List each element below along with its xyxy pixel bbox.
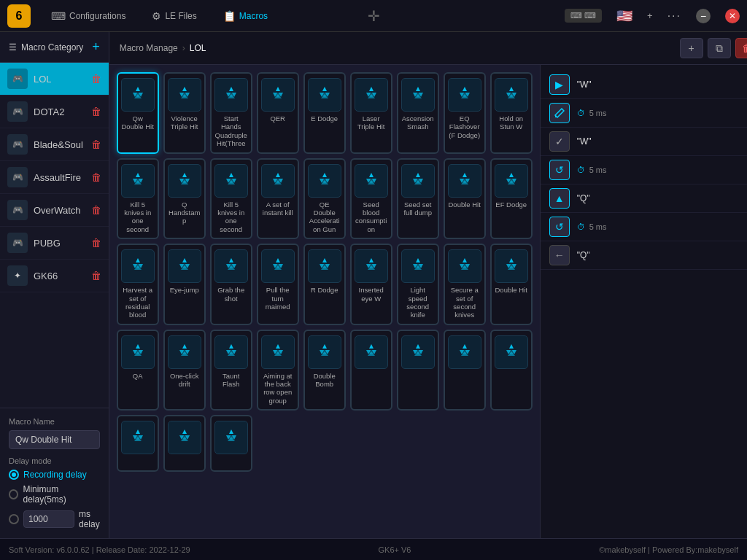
macro-card-12[interactable]: Kill 5 knives in one second: [210, 158, 252, 240]
macro-card-2[interactable]: Violence Triple Hit: [163, 72, 206, 154]
macro-card-5[interactable]: E Dodge: [303, 72, 346, 154]
macro-icon-22: [261, 249, 295, 283]
macro-name-input[interactable]: [9, 430, 100, 449]
macro-card-9[interactable]: Hold on Stun W: [490, 72, 533, 154]
macro-card-36[interactable]: [490, 330, 533, 411]
svg-point-35: [509, 350, 514, 354]
sidebar-item-delete-blade-soul[interactable]: 🗑: [91, 139, 101, 150]
sidebar-item-delete-lol[interactable]: 🗑: [91, 73, 101, 85]
move-handle[interactable]: ✛: [368, 7, 380, 25]
breadcrumb-root: Macro Manage: [120, 43, 178, 53]
macro-card-39[interactable]: [210, 415, 252, 472]
sidebar-item-overwatch[interactable]: 🎮 OverWatch 🗑: [0, 194, 109, 227]
macro-card-33[interactable]: [350, 330, 392, 411]
macro-card-18[interactable]: EF Dodge: [490, 158, 533, 240]
sidebar-item-delete-pubg[interactable]: 🗑: [91, 237, 101, 249]
nav-configurations[interactable]: ⌨ Configurations: [45, 7, 131, 25]
sidebar-item-delete-overwatch[interactable]: 🗑: [91, 204, 101, 216]
minimum-delay-radio[interactable]: Minimum delay(5ms): [9, 484, 100, 505]
macro-card-31[interactable]: Aiming at the back row open group: [257, 330, 299, 411]
macro-card-10[interactable]: Kill 5 knives in one second: [117, 158, 159, 240]
key-down-btn-0[interactable]: ▶: [549, 74, 570, 95]
macro-label-31: Aiming at the back row open group: [261, 372, 295, 405]
delay-btn-1[interactable]: [549, 103, 570, 123]
macro-card-1[interactable]: Qw Double Hit: [117, 72, 159, 154]
macro-card-28[interactable]: QA: [117, 330, 159, 411]
macro-card-3[interactable]: Start Hands Quadruple Hit(Three: [210, 72, 252, 154]
split-area: Qw Double Hit Violence Triple Hit Start …: [109, 65, 747, 538]
macro-card-14[interactable]: QE Double Acceleration Gun: [303, 158, 346, 240]
macro-card-16[interactable]: Seed set full dump: [397, 158, 439, 240]
sidebar-item-icon-assaultfire: 🎮: [7, 167, 28, 187]
macro-card-6[interactable]: Laser Triple Hit: [350, 72, 392, 154]
bc-delete-button[interactable]: 🗑: [735, 38, 747, 58]
macro-card-34[interactable]: [397, 330, 439, 411]
macro-card-17[interactable]: Double Hit: [444, 158, 486, 240]
close-button[interactable]: ✕: [725, 9, 740, 23]
minimize-button[interactable]: −: [696, 9, 711, 23]
svg-point-30: [276, 350, 280, 354]
arrow-btn-6[interactable]: ←: [549, 245, 570, 265]
macro-icon-3: [214, 78, 248, 112]
macro-card-7[interactable]: Ascension Smash: [397, 72, 439, 154]
macro-card-20[interactable]: Eye-jump: [163, 244, 206, 325]
macro-card-15[interactable]: Seed blood consumption: [350, 158, 392, 240]
macro-label-25: Light speed second knife: [401, 286, 435, 319]
delay-btn-3[interactable]: ↺: [549, 160, 570, 180]
bc-add-button[interactable]: +: [680, 38, 703, 58]
macro-card-26[interactable]: Secure a set of second knives: [444, 244, 486, 325]
breadcrumb-arrow: ›: [182, 43, 185, 53]
macro-card-8[interactable]: EQ Flashover (F Dodge): [444, 72, 486, 154]
delay-btn-5[interactable]: ↺: [549, 217, 570, 237]
key-value-0: "W": [577, 79, 592, 90]
sidebar-item-assaultfire[interactable]: 🎮 AssaultFire 🗑: [0, 161, 109, 194]
bc-copy-button[interactable]: ⧉: [708, 38, 731, 58]
custom-delay-radio[interactable]: [9, 514, 19, 524]
macro-card-11[interactable]: Q Handstamp: [163, 158, 206, 240]
key-down-btn-4[interactable]: ▲: [549, 188, 570, 209]
sidebar-item-lol[interactable]: 🎮 LOL 🗑: [0, 63, 109, 96]
macro-icon-14: [308, 164, 341, 198]
svg-point-8: [509, 93, 514, 97]
macro-grid-area: Qw Double Hit Violence Triple Hit Start …: [109, 65, 540, 538]
macro-label-2: Violence Triple Hit: [168, 114, 201, 131]
macro-label-26: Secure a set of second knives: [448, 286, 481, 319]
macro-card-22[interactable]: Pull the turn maimed: [257, 244, 299, 325]
macro-card-32[interactable]: Double Bomb: [303, 330, 346, 411]
macro-card-29[interactable]: One-click drift: [163, 330, 206, 411]
nav-macros[interactable]: 📋 Macros: [217, 7, 274, 25]
svg-point-38: [229, 435, 233, 440]
macro-card-37[interactable]: [117, 415, 159, 472]
macro-icon-11: [168, 164, 201, 198]
svg-point-14: [369, 179, 374, 183]
macro-card-24[interactable]: Inserted eye W: [350, 244, 392, 325]
delay-value-input[interactable]: [23, 510, 74, 528]
macro-card-19[interactable]: Harvest a set of residual blood: [117, 244, 159, 325]
macro-card-23[interactable]: R Dodge: [303, 244, 346, 325]
macro-card-4[interactable]: QER: [257, 72, 299, 154]
sidebar-item-pubg[interactable]: 🎮 PUBG 🗑: [0, 227, 109, 260]
recording-delay-radio[interactable]: Recording delay: [9, 470, 100, 480]
action-row-4: ▲ "Q": [541, 184, 747, 213]
add-category-button[interactable]: +: [92, 39, 100, 55]
version-text: Soft Version: v6.0.0.62 | Release Date: …: [9, 545, 190, 554]
sidebar-item-dota2[interactable]: 🎮 DOTA2 🗑: [0, 96, 109, 128]
check-btn-2[interactable]: ✓: [549, 131, 570, 152]
macro-card-25[interactable]: Light speed second knife: [397, 244, 439, 325]
right-panel: ▶ "W" ⏱ 5 ms ✓ "W" ↺ ⏱ 5 ms ▲ "Q" ↺ ⏱ 5 …: [540, 65, 747, 538]
sidebar-item-delete-dota2[interactable]: 🗑: [91, 106, 101, 117]
sidebar-item-blade-soul[interactable]: 🎮 Blade&Soul 🗑: [0, 128, 109, 161]
nav-le-files[interactable]: ⚙ LE Files: [146, 7, 202, 25]
sidebar-item-delete-assaultfire[interactable]: 🗑: [91, 171, 101, 183]
macro-card-21[interactable]: Grab the shot: [210, 244, 252, 325]
plus-icon: +: [647, 10, 653, 21]
macro-card-27[interactable]: Double Hit: [490, 244, 533, 325]
sidebar-item-delete-gk66[interactable]: 🗑: [91, 270, 101, 281]
macro-card-13[interactable]: A set of instant kill: [257, 158, 299, 240]
macro-card-30[interactable]: Taunt Flash: [210, 330, 252, 411]
sidebar-item-label-lol: LOL: [34, 74, 85, 85]
macro-card-35[interactable]: [444, 330, 486, 411]
macro-card-38[interactable]: [163, 415, 206, 472]
svg-point-11: [229, 179, 233, 183]
sidebar-item-gk66[interactable]: ✦ GK66 🗑: [0, 260, 109, 292]
